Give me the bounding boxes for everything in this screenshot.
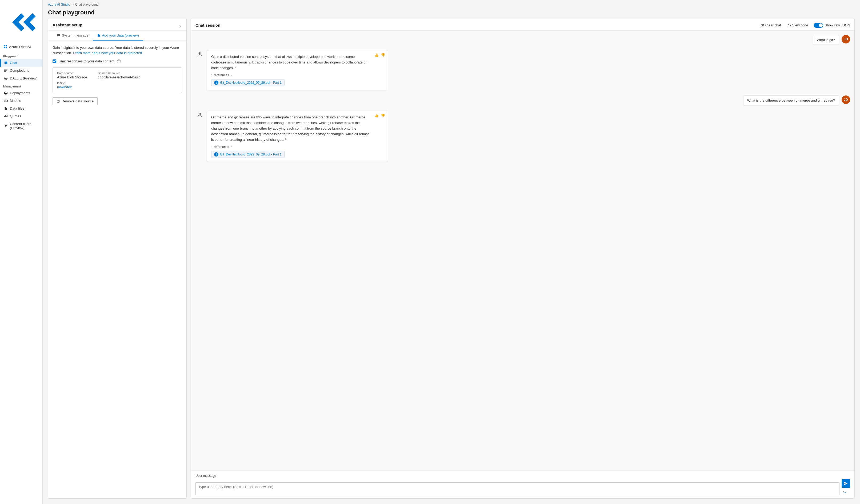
learn-more-link[interactable]: Learn more about how your data is protec… bbox=[73, 51, 143, 55]
add-data-icon bbox=[97, 33, 101, 37]
section-label-playground: Playground bbox=[0, 52, 42, 59]
remove-data-source-button[interactable]: Remove data source bbox=[53, 97, 98, 105]
ds-source-col: Data source: Azure Blob Storage bbox=[57, 71, 87, 79]
sidebar-models-label: Models bbox=[10, 99, 21, 103]
sidebar-item-models[interactable]: Models bbox=[0, 97, 42, 104]
sidebar-quotas-label: Quotas bbox=[10, 114, 21, 118]
limit-responses-checkbox[interactable] bbox=[53, 59, 56, 63]
sidebar-chat-label: Chat bbox=[10, 61, 17, 65]
avatar-initials: JD bbox=[844, 37, 848, 41]
main-content: Azure AI Studio > Chat playground Chat p… bbox=[43, 0, 860, 504]
sidebar-item-content-filters[interactable]: Content filters (Preview) bbox=[0, 120, 42, 132]
panel-title: Assistant setup bbox=[53, 23, 82, 30]
ds-index: Index: newindex bbox=[57, 81, 177, 89]
ds-index-label: Index: bbox=[57, 81, 177, 85]
collapse-button[interactable] bbox=[0, 2, 42, 42]
chat-title: Chat session bbox=[196, 23, 220, 27]
user-message-text: What is the difference between git merge… bbox=[747, 98, 835, 102]
breadcrumb-current: Chat playground bbox=[75, 3, 99, 6]
show-raw-json-label: Show raw JSON bbox=[825, 23, 850, 27]
send-button[interactable] bbox=[842, 479, 850, 488]
ds-search-value: cognitive-search-mart-basic bbox=[98, 75, 141, 79]
sidebar-item-completions[interactable]: Completions bbox=[0, 67, 42, 74]
svg-rect-0 bbox=[4, 45, 5, 46]
bot-bubble: 👍 👎 Git is a distributed version control… bbox=[207, 50, 388, 90]
user-input[interactable] bbox=[196, 483, 840, 495]
bot-bubble: 👍 👎 Git merge and git rebase are two way… bbox=[207, 111, 388, 162]
show-raw-json-toggle-row: Show raw JSON bbox=[814, 23, 850, 28]
chat-panel: Chat session Clear chat View code Show r… bbox=[191, 19, 855, 499]
page-title: Chat playground bbox=[43, 8, 860, 19]
limit-responses-row: Limit responses to your data content ? bbox=[53, 59, 182, 63]
content-area: Assistant setup ✕ System message Add you… bbox=[43, 19, 860, 504]
chat-input-area: User message bbox=[191, 471, 855, 499]
bot-actions: 👍 👎 bbox=[374, 53, 385, 57]
reference-chip[interactable]: 1 Git_DevNetNoord_2022_09_29.pdf - Part … bbox=[211, 151, 285, 158]
chat-header: Chat session Clear chat View code Show r… bbox=[191, 19, 855, 31]
logo-text: Azure OpenAI bbox=[9, 45, 31, 49]
ref-label: Git_DevNetNoord_2022_09_29.pdf - Part 1 bbox=[220, 81, 282, 85]
show-raw-json-toggle[interactable] bbox=[814, 23, 823, 28]
user-message-row: What is the difference between git merge… bbox=[196, 96, 850, 105]
thumbs-up-icon[interactable]: 👍 bbox=[374, 114, 379, 118]
svg-rect-3 bbox=[5, 47, 7, 48]
data-source-box: Data source: Azure Blob Storage Search R… bbox=[53, 68, 182, 93]
bot-icon bbox=[196, 50, 204, 59]
clear-chat-button[interactable]: Clear chat bbox=[759, 23, 782, 28]
ref-label: Git_DevNetNoord_2022_09_29.pdf - Part 1 bbox=[220, 153, 282, 156]
sidebar-data-files-label: Data files bbox=[10, 106, 24, 111]
sidebar-item-quotas[interactable]: Quotas bbox=[0, 112, 42, 120]
close-icon[interactable]: ✕ bbox=[178, 24, 182, 29]
ds-source-value: Azure Blob Storage bbox=[57, 75, 87, 79]
bot-text: Git merge and git rebase are two ways to… bbox=[211, 115, 384, 142]
ref-number: 1 bbox=[214, 81, 218, 85]
ds-search-label: Search Resource: bbox=[98, 71, 141, 75]
view-code-icon bbox=[787, 24, 791, 27]
sidebar-item-deployments[interactable]: Deployments bbox=[0, 89, 42, 97]
ds-source-label: Data source: bbox=[57, 71, 87, 75]
user-bubble: What is git? bbox=[813, 35, 839, 45]
reference-chip[interactable]: 1 Git_DevNetNoord_2022_09_29.pdf - Part … bbox=[211, 79, 285, 86]
svg-point-6 bbox=[5, 100, 6, 101]
svg-point-8 bbox=[199, 53, 200, 54]
ds-index-link[interactable]: newindex bbox=[57, 85, 72, 89]
bot-actions: 👍 👎 bbox=[374, 114, 385, 118]
panel-tabs: System message Add your data (preview) bbox=[48, 31, 186, 41]
bot-icon bbox=[196, 111, 204, 119]
user-avatar: JD bbox=[842, 35, 850, 43]
chat-actions: Clear chat View code Show raw JSON bbox=[759, 23, 850, 28]
refresh-icon[interactable] bbox=[842, 489, 848, 495]
thumbs-down-icon[interactable]: 👎 bbox=[381, 53, 385, 57]
chevron-down-icon bbox=[230, 74, 233, 76]
user-message-text: What is git? bbox=[817, 38, 835, 42]
app-logo: Azure OpenAI bbox=[0, 42, 42, 52]
thumbs-up-icon[interactable]: 👍 bbox=[374, 53, 379, 57]
sidebar-item-chat[interactable]: Chat bbox=[0, 59, 42, 67]
thumbs-down-icon[interactable]: 👎 bbox=[381, 114, 385, 118]
references-toggle[interactable]: 1 references bbox=[211, 145, 384, 149]
remove-icon bbox=[57, 99, 60, 103]
references-toggle[interactable]: 1 references bbox=[211, 73, 384, 77]
tab-add-your-data[interactable]: Add your data (preview) bbox=[93, 31, 143, 41]
chevron-down-icon bbox=[230, 146, 233, 148]
bot-message-row: 👍 👎 Git is a distributed version control… bbox=[196, 50, 850, 90]
sidebar-item-data-files[interactable]: Data files bbox=[0, 104, 42, 112]
avatar-initials: JD bbox=[844, 98, 848, 102]
view-code-button[interactable]: View code bbox=[786, 23, 809, 28]
sidebar-content-filters-label: Content filters (Preview) bbox=[10, 122, 39, 130]
sidebar-dalle-label: DALL·E (Preview) bbox=[10, 76, 37, 80]
input-row bbox=[196, 479, 850, 495]
breadcrumb-parent[interactable]: Azure AI Studio bbox=[48, 3, 70, 6]
breadcrumb-separator: > bbox=[72, 3, 74, 6]
limit-responses-label: Limit responses to your data content bbox=[58, 59, 114, 63]
tab-system-message[interactable]: System message bbox=[53, 31, 93, 41]
sidebar: Azure OpenAI Playground Chat Completions… bbox=[0, 0, 43, 504]
user-avatar: JD bbox=[842, 96, 850, 104]
svg-rect-1 bbox=[5, 45, 7, 46]
svg-rect-2 bbox=[4, 47, 5, 48]
limit-responses-info-icon[interactable]: ? bbox=[117, 59, 121, 63]
clear-chat-icon bbox=[761, 24, 764, 27]
panel-header: Assistant setup ✕ bbox=[48, 19, 186, 31]
sidebar-item-dalle[interactable]: DALL·E (Preview) bbox=[0, 74, 42, 82]
section-label-management: Management bbox=[0, 82, 42, 89]
